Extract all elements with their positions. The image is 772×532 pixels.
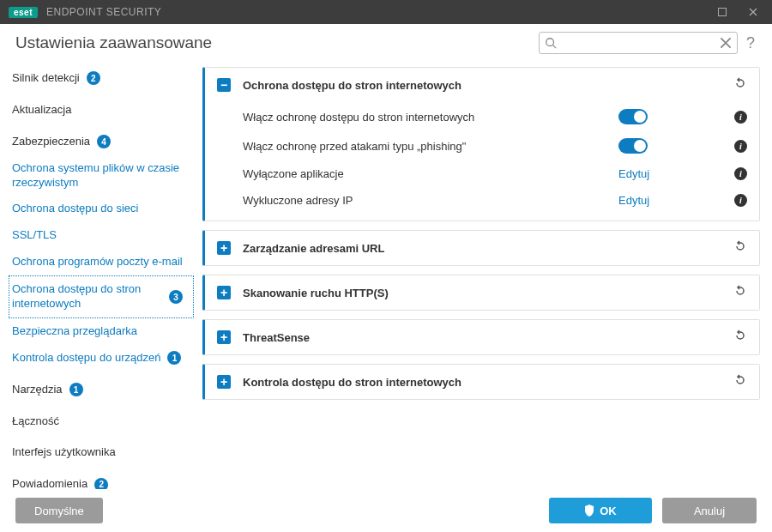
info-button[interactable]: i [734, 194, 747, 207]
sidebar-item-protections[interactable]: Zabezpieczenia 4 [0, 129, 199, 155]
setting-label: Włącz ochronę dostępu do stron interneto… [243, 111, 618, 124]
reset-button[interactable] [733, 239, 747, 257]
sidebar-item-label: Kontrola dostępu do urządzeń [12, 351, 160, 366]
panel-header[interactable]: + ThreatSense [205, 320, 759, 354]
content-area: − Ochrona dostępu do stron internetowych… [199, 62, 772, 489]
expand-icon: + [217, 286, 231, 299]
search-box[interactable] [539, 32, 738, 54]
setting-label: Włącz ochronę przed atakami typu „phishi… [243, 140, 618, 153]
square-icon [718, 8, 727, 16]
svg-rect-0 [719, 9, 727, 16]
setting-row-excluded-apps: Wyłączone aplikacje Edytuj i [243, 160, 747, 187]
clear-search-icon[interactable] [720, 37, 732, 49]
sidebar-item-label: Ochrona programów poczty e-mail [12, 255, 183, 269]
panel-http-scan: + Skanowanie ruchu HTTP(S) [202, 275, 760, 311]
window-maximize-button[interactable] [707, 0, 738, 24]
panel-url-management: + Zarządzanie adresami URL [202, 230, 760, 266]
titlebar: eset ENDPOINT SECURITY [0, 0, 772, 24]
setting-label: Wykluczone adresy IP [243, 194, 618, 207]
sidebar-item-web-access-protection[interactable]: Ochrona dostępu do stron internetowych 3 [9, 275, 194, 318]
panel-threatsense: + ThreatSense [202, 319, 760, 355]
panel-web-access-protection: − Ochrona dostępu do stron internetowych… [202, 67, 760, 221]
setting-row-enable-phishing: Włącz ochronę przed atakami typu „phishi… [243, 131, 747, 160]
panel-body: Włącz ochronę dostępu do stron interneto… [205, 102, 759, 221]
panel-header[interactable]: − Ochrona dostępu do stron internetowych [205, 68, 759, 102]
sidebar-item-label: SSL/TLS [12, 228, 57, 243]
panel-web-access-control: + Kontrola dostępu do stron internetowyc… [202, 364, 760, 400]
sidebar-item-realtime-fs[interactable]: Ochrona systemu plików w czasie rzeczywi… [0, 155, 199, 196]
help-button[interactable]: ? [746, 34, 755, 52]
toggle-enable-phishing[interactable] [618, 138, 648, 154]
sidebar-item-label: Silnik detekcji [12, 71, 80, 86]
ok-label: OK [600, 505, 617, 517]
setting-row-excluded-ips: Wykluczone adresy IP Edytuj i [243, 187, 747, 214]
undo-icon [733, 373, 747, 387]
svg-point-1 [546, 39, 554, 46]
sidebar-item-label: Interfejs użytkownika [12, 445, 116, 460]
sidebar-item-ui[interactable]: Interfejs użytkownika [0, 439, 199, 466]
info-button[interactable]: i [734, 111, 747, 124]
undo-icon [733, 76, 747, 90]
setting-label: Wyłączone aplikacje [243, 167, 618, 180]
sidebar-item-ssl-tls[interactable]: SSL/TLS [0, 222, 199, 249]
page-title: Ustawienia zaawansowane [15, 33, 212, 52]
sidebar-item-label: Łączność [12, 414, 59, 429]
footer: Domyślne OK Anuluj [0, 489, 772, 532]
sidebar-badge: 3 [169, 290, 183, 304]
sidebar-item-label: Aktualizacja [12, 103, 71, 118]
reset-button[interactable] [733, 373, 747, 390]
panel-title: Skanowanie ruchu HTTP(S) [243, 287, 733, 299]
sidebar-item-detection-engine[interactable]: Silnik detekcji 2 [0, 65, 199, 92]
reset-button[interactable] [733, 76, 747, 94]
reset-button[interactable] [733, 284, 747, 301]
brand-badge: eset [9, 7, 38, 18]
expand-icon: + [217, 330, 231, 344]
sidebar: Silnik detekcji 2 Aktualizacja Zabezpiec… [0, 62, 199, 489]
sidebar-item-network-access[interactable]: Ochrona dostępu do sieci [0, 196, 199, 222]
search-icon [545, 37, 557, 49]
sidebar-item-label: Ochrona systemu plików w czasie rzeczywi… [12, 161, 189, 190]
header: Ustawienia zaawansowane ? [0, 24, 772, 62]
ok-button[interactable]: OK [549, 498, 652, 523]
sidebar-item-device-control[interactable]: Kontrola dostępu do urządzeń 1 [0, 345, 199, 372]
edit-link[interactable]: Edytuj [618, 167, 649, 180]
sidebar-badge: 1 [167, 351, 181, 365]
collapse-icon: − [217, 78, 231, 92]
shield-icon [584, 505, 594, 517]
sidebar-item-email-protection[interactable]: Ochrona programów poczty e-mail [0, 249, 199, 275]
undo-icon [733, 329, 747, 342]
search-input[interactable] [557, 37, 720, 49]
cancel-button[interactable]: Anuluj [662, 498, 757, 523]
info-button[interactable]: i [734, 140, 747, 153]
close-icon [749, 8, 757, 16]
defaults-button[interactable]: Domyślne [15, 498, 103, 523]
info-button[interactable]: i [734, 167, 747, 180]
sidebar-item-secure-browser[interactable]: Bezpieczna przeglądarka [0, 318, 199, 345]
panel-title: Zarządzanie adresami URL [243, 242, 733, 255]
product-name: ENDPOINT SECURITY [46, 6, 161, 18]
undo-icon [733, 284, 747, 298]
sidebar-item-tools[interactable]: Narzędzia 1 [0, 377, 199, 403]
expand-icon: + [217, 375, 231, 389]
panel-header[interactable]: + Zarządzanie adresami URL [205, 231, 759, 265]
sidebar-item-label: Zabezpieczenia [12, 135, 90, 149]
sidebar-item-label: Powiadomienia [12, 477, 87, 489]
expand-icon: + [217, 241, 231, 255]
brand-logo: eset ENDPOINT SECURITY [9, 6, 161, 18]
sidebar-item-connectivity[interactable]: Łączność [0, 408, 199, 435]
reset-button[interactable] [733, 329, 747, 346]
panel-header[interactable]: + Skanowanie ruchu HTTP(S) [205, 275, 759, 310]
setting-row-enable-web-protection: Włącz ochronę dostępu do stron interneto… [243, 102, 747, 131]
panel-header[interactable]: + Kontrola dostępu do stron internetowyc… [205, 365, 759, 399]
window-close-button[interactable] [738, 0, 769, 24]
sidebar-item-notifications[interactable]: Powiadomienia 2 [0, 471, 199, 489]
edit-link[interactable]: Edytuj [618, 194, 649, 207]
toggle-enable-web-protection[interactable] [618, 109, 648, 124]
sidebar-item-label: Bezpieczna przeglądarka [12, 324, 137, 339]
sidebar-badge: 2 [94, 478, 108, 489]
panel-title: Ochrona dostępu do stron internetowych [243, 79, 733, 92]
sidebar-item-label: Narzędzia [12, 383, 63, 397]
sidebar-item-update[interactable]: Aktualizacja [0, 97, 199, 124]
undo-icon [733, 239, 747, 253]
sidebar-badge: 4 [97, 135, 111, 148]
